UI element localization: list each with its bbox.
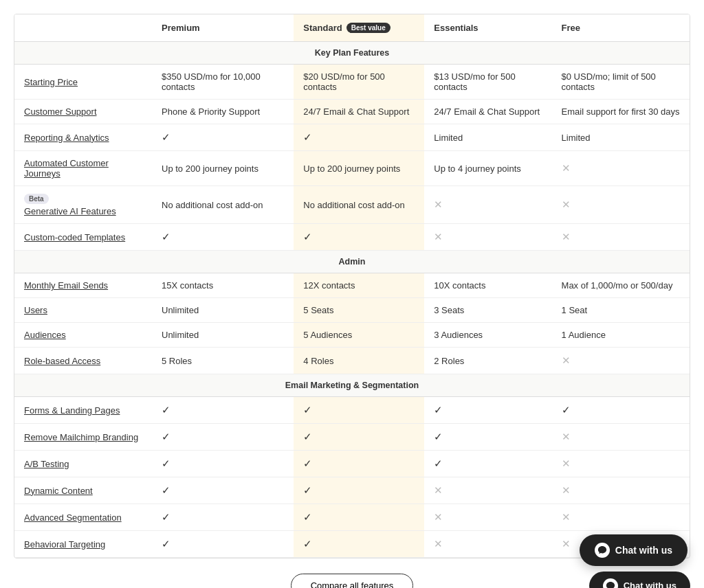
cell-value: Max of 1,000/mo or 500/day	[562, 280, 673, 291]
feature-col-header	[14, 14, 152, 42]
feature-label[interactable]: Dynamic Content	[24, 486, 93, 496]
compare-all-button[interactable]: Compare all features	[291, 574, 414, 588]
table-row: Starting Price $350 USD/mo for 10,000 co…	[14, 65, 690, 100]
cell-value: 1 Seat	[562, 305, 588, 315]
feature-label[interactable]: Custom-coded Templates	[24, 232, 125, 242]
table-row: A/B Testing ✓ ✓ ✓ ✕	[14, 451, 690, 477]
feature-label[interactable]: Audiences	[24, 330, 66, 340]
premium-cell: ✓	[152, 451, 294, 477]
standard-cell: ✓	[294, 397, 424, 424]
premium-cell: Unlimited	[152, 323, 294, 348]
feature-cell: Reporting & Analytics	[14, 124, 152, 151]
section-title: Key Plan Features	[14, 42, 690, 65]
premium-cell: Unlimited	[152, 298, 294, 323]
premium-cell: Phone & Priority Support	[152, 100, 294, 124]
free-cell: ✓	[552, 397, 690, 424]
premium-cell: ✓	[152, 531, 294, 558]
cross-icon: ✕	[562, 231, 571, 242]
feature-label[interactable]: Forms & Landing Pages	[24, 405, 120, 416]
feature-label[interactable]: Reporting & Analytics	[24, 133, 109, 143]
free-cell: ✕	[552, 477, 690, 504]
feature-label[interactable]: Users	[24, 305, 47, 315]
cross-icon: ✕	[434, 484, 443, 496]
feature-label[interactable]: Monthly Email Sends	[24, 280, 108, 291]
cross-icon: ✕	[562, 199, 571, 210]
best-value-badge: Best value	[346, 23, 390, 33]
feature-label[interactable]: Starting Price	[24, 77, 78, 87]
free-cell: Max of 1,000/mo or 500/day	[552, 273, 690, 298]
cell-value: 3 Seats	[434, 305, 464, 315]
essentials-cell: Up to 4 journey points	[424, 151, 551, 186]
essentials-cell: ✕	[424, 224, 551, 251]
cross-icon: ✕	[562, 538, 571, 550]
feature-cell: Monthly Email Sends	[14, 273, 152, 298]
premium-col-header: Premium	[152, 14, 294, 42]
cell-value: Up to 4 journey points	[434, 163, 520, 174]
feature-label[interactable]: Customer Support	[24, 106, 97, 117]
section-title: Admin	[14, 251, 690, 273]
check-icon: ✓	[434, 457, 443, 469]
cell-value: No additional cost add-on	[162, 200, 263, 210]
essentials-label: Essentials	[434, 23, 478, 33]
cell-value: $20 USD/mo for 500 contacts	[303, 71, 385, 92]
essentials-cell: ✓	[424, 397, 551, 424]
table-row: Customer Support Phone & Priority Suppor…	[14, 100, 690, 124]
free-cell: 1 Audience	[552, 323, 690, 348]
premium-cell: ✓	[152, 477, 294, 504]
cell-value: Phone & Priority Support	[162, 106, 260, 117]
feature-label[interactable]: Behavioral Targeting	[24, 539, 105, 550]
feature-cell: Remove Mailchimp Branding	[14, 424, 152, 451]
standard-cell: 4 Roles	[294, 348, 424, 374]
feature-label[interactable]: Generative AI Features	[24, 206, 116, 216]
standard-cell: 5 Audiences	[294, 323, 424, 348]
premium-cell: ✓	[152, 504, 294, 531]
check-icon: ✓	[162, 131, 170, 143]
essentials-cell: 3 Audiences	[424, 323, 551, 348]
cell-value: 5 Audiences	[303, 330, 352, 340]
feature-cell: A/B Testing	[14, 451, 152, 477]
cell-value: No additional cost add-on	[303, 200, 404, 210]
check-icon: ✓	[303, 457, 312, 469]
free-cell: 1 Seat	[552, 298, 690, 323]
cell-value: 3 Audiences	[434, 330, 483, 340]
free-label: Free	[562, 23, 580, 33]
feature-cell: Role-based Access	[14, 348, 152, 374]
cross-icon: ✕	[562, 431, 571, 442]
cell-value: Limited	[434, 133, 463, 143]
feature-label[interactable]: Advanced Segmentation	[24, 512, 122, 523]
free-cell: Limited	[552, 124, 690, 151]
cell-value: 24/7 Email & Chat Support	[434, 106, 540, 117]
premium-cell: 5 Roles	[152, 348, 294, 374]
feature-label[interactable]: A/B Testing	[24, 459, 69, 469]
free-cell: ✕	[552, 348, 690, 374]
cell-value: $0 USD/mo; limit of 500 contacts	[562, 71, 656, 92]
table-row: Automated Customer Journeys Up to 200 jo…	[14, 151, 690, 186]
premium-cell: $350 USD/mo for 10,000 contacts	[152, 65, 294, 100]
chat-bubble-button[interactable]: Chat with us	[580, 534, 688, 566]
essentials-cell: 10X contacts	[424, 273, 551, 298]
pricing-table: Premium Standard Best value Essentials F…	[14, 14, 690, 558]
cross-icon: ✕	[434, 199, 443, 210]
feature-cell: Forms & Landing Pages	[14, 397, 152, 424]
check-icon: ✓	[162, 457, 170, 469]
premium-cell: ✓	[152, 397, 294, 424]
feature-cell: Advanced Segmentation	[14, 504, 152, 531]
essentials-cell: ✕	[424, 504, 551, 531]
cell-value: $350 USD/mo for 10,000 contacts	[162, 71, 261, 92]
feature-label[interactable]: Automated Customer Journeys	[24, 158, 109, 179]
standard-cell: ✓	[294, 451, 424, 477]
standard-cell: 24/7 Email & Chat Support	[294, 100, 424, 124]
feature-label[interactable]: Role-based Access	[24, 356, 100, 366]
standard-cell: Up to 200 journey points	[294, 151, 424, 186]
standard-cell: ✓	[294, 124, 424, 151]
cell-value: Up to 200 journey points	[162, 163, 258, 174]
standard-cell: ✓	[294, 424, 424, 451]
cell-value: 4 Roles	[303, 356, 333, 366]
standard-cell: 5 Seats	[294, 298, 424, 323]
premium-cell: ✓	[152, 124, 294, 151]
table-row: Forms & Landing Pages ✓ ✓ ✓ ✓	[14, 397, 690, 424]
check-icon: ✓	[303, 231, 312, 242]
feature-label[interactable]: Remove Mailchimp Branding	[24, 432, 138, 442]
table-row: Remove Mailchimp Branding ✓ ✓ ✓ ✕	[14, 424, 690, 451]
chat-inline-button[interactable]: Chat with us	[589, 572, 690, 589]
